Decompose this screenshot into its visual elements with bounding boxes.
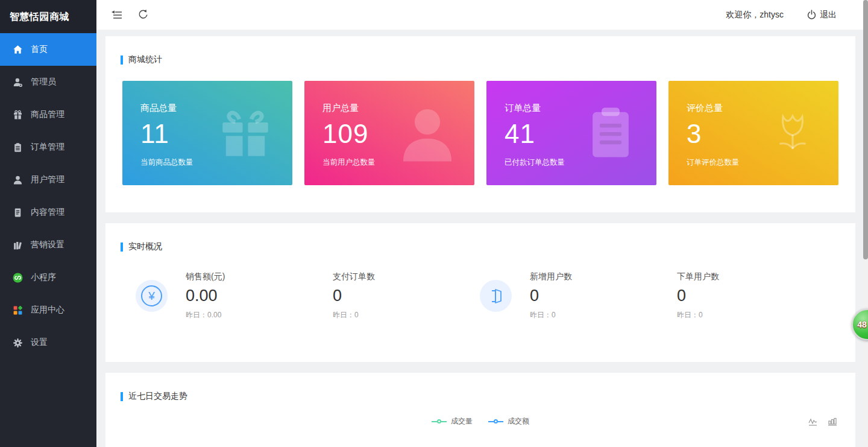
sidebar-item-label: 设置 [31, 337, 48, 348]
user-icon [13, 175, 23, 185]
sidebar-item-label: 小程序 [31, 272, 56, 283]
sidebar-item-marketing[interactable]: 营销设置 [0, 229, 96, 261]
menu-fold-icon[interactable] [110, 8, 123, 22]
legend-item-volume[interactable]: 成交量 [432, 416, 473, 426]
document-icon [13, 208, 23, 218]
sidebar-item-label: 管理员 [31, 77, 56, 87]
power-icon [807, 10, 817, 20]
sidebar-item-label: 首页 [31, 44, 48, 55]
sidebar-item-goods[interactable]: 商品管理 [0, 98, 96, 131]
sidebar-item-appcenter[interactable]: 应用中心 [0, 294, 96, 326]
stat-card-orders: 订单总量 41 已付款订单总数量 [486, 81, 656, 185]
stat-cards-row: 商品总量 11 当前商品总数量 用户总量 109 当前用户总数量 [105, 65, 855, 185]
sidebar-item-label: 商品管理 [31, 109, 64, 120]
realtime-stats-row: ¥ 销售额(元) 0.00 昨日：0.00 支付订单数 0 昨日：0 新增用户数 [105, 271, 855, 320]
chart-legend: 成交量 成交额 [105, 416, 855, 426]
realtime-section-title: 实时概况 [105, 223, 855, 252]
realtime-stat-new-users: 新增用户数 0 昨日：0 [530, 271, 677, 320]
stat-card-goods: 商品总量 11 当前商品总数量 [122, 81, 292, 185]
top-header: 欢迎你，zhtysc 退出 [96, 0, 868, 30]
trend-section-title: 近七日交易走势 [105, 373, 855, 402]
realtime-stat-ordering-users: 下单用户数 0 昨日：0 [677, 271, 824, 320]
clipboard-icon [13, 142, 23, 153]
admin-icon [13, 77, 23, 87]
stat-card-reviews: 评价总量 3 订单评价总数量 [668, 81, 838, 185]
badge-count: 48 [857, 320, 867, 329]
refresh-icon[interactable] [136, 8, 149, 22]
title-accent-bar [121, 243, 123, 252]
title-accent-bar [121, 55, 123, 65]
books-icon [13, 240, 23, 250]
person-icon [397, 104, 458, 166]
home-icon [13, 45, 23, 55]
scrollbar-track [863, 0, 868, 447]
sidebar-item-users[interactable]: 用户管理 [0, 163, 96, 196]
welcome-text: 欢迎你，zhtysc [726, 10, 784, 21]
sidebar-item-label: 应用中心 [31, 305, 64, 315]
gift-icon [215, 104, 275, 166]
legend-item-amount[interactable]: 成交额 [488, 416, 529, 426]
trend-panel: 近七日交易走势 成交量 成交额 [105, 373, 855, 447]
header-right: 欢迎你，zhtysc 退出 [726, 10, 868, 21]
realtime-panel: 实时概况 ¥ 销售额(元) 0.00 昨日：0.00 支付订单数 0 昨日：0 [105, 223, 855, 362]
app-logo: 智慧恬园商城 [0, 0, 96, 33]
sidebar-item-home[interactable]: 首页 [0, 33, 96, 66]
stats-section-title: 商城统计 [105, 36, 855, 65]
clipboard-icon [582, 104, 640, 164]
logout-label: 退出 [820, 10, 837, 21]
gift-icon [13, 110, 23, 120]
flower-icon [764, 104, 822, 164]
sidebar-item-label: 内容管理 [31, 207, 64, 218]
sidebar-item-orders[interactable]: 订单管理 [0, 131, 96, 163]
dashboard-screen: 智慧恬园商城 首页 管理员 商品管理 订单管理 [0, 0, 868, 447]
sidebar-item-label: 营销设置 [31, 239, 64, 250]
chart-toolbox [808, 417, 837, 430]
door-icon [480, 280, 512, 312]
stats-panel: 商城统计 商品总量 11 当前商品总数量 用户总量 109 当前用户总数量 [105, 36, 855, 212]
sidebar-item-admin[interactable]: 管理员 [0, 66, 96, 98]
scrollbar-thumb[interactable] [863, 0, 868, 259]
miniprogram-icon [13, 273, 23, 283]
sidebar-item-label: 用户管理 [31, 174, 64, 185]
yen-circle-icon: ¥ [136, 280, 168, 312]
realtime-stat-paid-orders: 支付订单数 0 昨日：0 [333, 271, 480, 320]
main-content: 商城统计 商品总量 11 当前商品总数量 用户总量 109 当前用户总数量 [96, 30, 868, 447]
line-chart-icon[interactable] [808, 417, 818, 430]
logout-button[interactable]: 退出 [807, 10, 837, 21]
sidebar: 智慧恬园商城 首页 管理员 商品管理 订单管理 [0, 0, 96, 447]
sidebar-item-content[interactable]: 内容管理 [0, 196, 96, 229]
gear-icon [13, 338, 23, 348]
title-accent-bar [121, 392, 123, 401]
sidebar-item-miniprogram[interactable]: 小程序 [0, 261, 96, 294]
realtime-stat-sales: 销售额(元) 0.00 昨日：0.00 [186, 271, 333, 320]
sidebar-item-settings[interactable]: 设置 [0, 326, 96, 359]
sidebar-item-label: 订单管理 [31, 142, 64, 153]
bar-chart-icon[interactable] [828, 417, 837, 430]
app-grid-icon [13, 305, 23, 315]
stat-card-users: 用户总量 109 当前用户总数量 [304, 81, 474, 185]
